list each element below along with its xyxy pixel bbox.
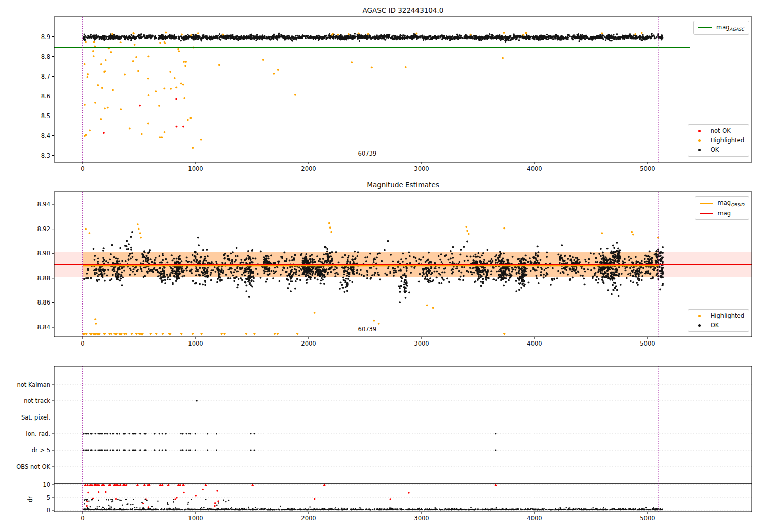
y-tick-label: 8.8	[41, 53, 50, 60]
x-tick-label: 2000	[301, 165, 316, 172]
legend-label: not OK	[711, 127, 731, 134]
y-tick-label: not track	[24, 397, 50, 404]
x-tick-label: 1000	[188, 515, 203, 522]
legend-box: HighlightedOK	[688, 309, 749, 332]
legend-entry: magOBSID	[700, 199, 744, 207]
plot-title-agasc: AGASC ID 322443104.0	[54, 6, 752, 14]
y-tick-label: 8.6	[41, 93, 50, 100]
y-tick-label: 8.4	[41, 132, 50, 139]
y-tick-label: not Kalman	[17, 381, 50, 388]
x-tick-label: 0	[81, 165, 84, 172]
x-tick-label: 2000	[301, 515, 316, 522]
y-tick-label: 10	[43, 481, 50, 488]
legend-entry: not OK	[693, 127, 744, 134]
x-tick-label: 3000	[414, 340, 429, 347]
x-tick-label: 3000	[414, 515, 429, 522]
legend-label: magAGASC	[716, 24, 744, 32]
legend-dot-sample	[693, 315, 706, 317]
x-tick-label: 5000	[640, 165, 655, 172]
x-tick-label: 0	[81, 340, 84, 347]
legend-box: not OKHighlightedOK	[688, 124, 749, 157]
y-tick-label: 8.88	[37, 275, 50, 282]
x-tick-label: 2000	[301, 340, 316, 347]
legend-dot-sample	[693, 149, 706, 151]
plot-agasc-mag: 0100020003000400050008.38.48.58.68.78.88…	[41, 17, 752, 172]
plot-flags-dr: 010002000300040005000not Kalmannot track…	[16, 366, 752, 522]
y-tick-label: 8.5	[41, 112, 50, 120]
y-tick-label: 8.7	[41, 73, 50, 80]
obsid-label: 60739	[358, 326, 377, 333]
y-tick-label: 0	[47, 507, 50, 514]
y-tick-label: OBS not OK	[16, 463, 50, 470]
legend-entry: Highlighted	[693, 312, 744, 319]
flag-not-track	[196, 400, 198, 401]
legend-label: OK	[711, 322, 719, 329]
x-tick-label: 5000	[640, 340, 655, 347]
x-tick-label: 1000	[188, 165, 203, 172]
x-tick-label: 4000	[527, 340, 542, 347]
legend-label: mag	[718, 210, 731, 217]
legend-entry: OK	[693, 146, 744, 154]
y-tick-label: 8.94	[37, 201, 50, 208]
legend-line-sample	[700, 213, 713, 214]
x-tick-label: 1000	[188, 340, 203, 347]
y-axis-label: dr	[27, 496, 34, 502]
plot-magnitude-estimates: 0100020003000400050008.848.868.888.908.9…	[37, 192, 752, 347]
y-tick-label: dr > 5	[32, 447, 50, 454]
x-tick-label: 4000	[527, 165, 542, 172]
chart-svg: 0100020003000400050008.38.48.58.68.78.88…	[0, 0, 760, 532]
y-tick-label: 8.9	[41, 33, 50, 41]
y-tick-label: Ion. rad.	[26, 430, 50, 437]
legend-line-sample	[700, 203, 713, 204]
y-tick-label: 5	[47, 494, 50, 501]
legend-entry: mag	[700, 210, 744, 217]
y-tick-label: 8.84	[37, 324, 50, 331]
y-tick-label: Sat. pixel.	[21, 414, 50, 421]
legend-dot-sample	[693, 324, 706, 327]
legend-entry: Highlighted	[693, 137, 744, 144]
legend-label: Highlighted	[711, 137, 744, 144]
flag-ion-rad-far	[495, 433, 497, 435]
legend-box: magOBSIDmag	[695, 196, 749, 220]
legend-dot-sample	[693, 139, 706, 142]
y-tick-label: 8.92	[37, 225, 50, 233]
legend-entry: magAGASC	[698, 24, 744, 32]
figure-canvas: 0100020003000400050008.38.48.58.68.78.88…	[0, 0, 760, 532]
legend-label: OK	[711, 146, 719, 154]
obsid-label: 60739	[358, 150, 377, 157]
legend-label: Highlighted	[711, 312, 744, 319]
legend-box: magAGASC	[693, 21, 749, 35]
legend-label: magOBSID	[718, 199, 744, 207]
legend-dot-sample	[693, 130, 706, 132]
x-tick-label: 5000	[640, 515, 655, 522]
plot-title-magnitude-estimates: Magnitude Estimates	[54, 181, 752, 189]
y-tick-label: 8.90	[37, 250, 50, 257]
legend-line-sample	[698, 27, 712, 29]
x-tick-label: 4000	[527, 515, 542, 522]
x-tick-label: 3000	[414, 165, 429, 172]
y-tick-label: 8.3	[41, 152, 50, 159]
flag-dr5-far	[495, 450, 497, 451]
y-tick-label: 8.86	[37, 299, 50, 306]
x-tick-label: 0	[81, 515, 84, 522]
legend-entry: OK	[693, 322, 744, 329]
